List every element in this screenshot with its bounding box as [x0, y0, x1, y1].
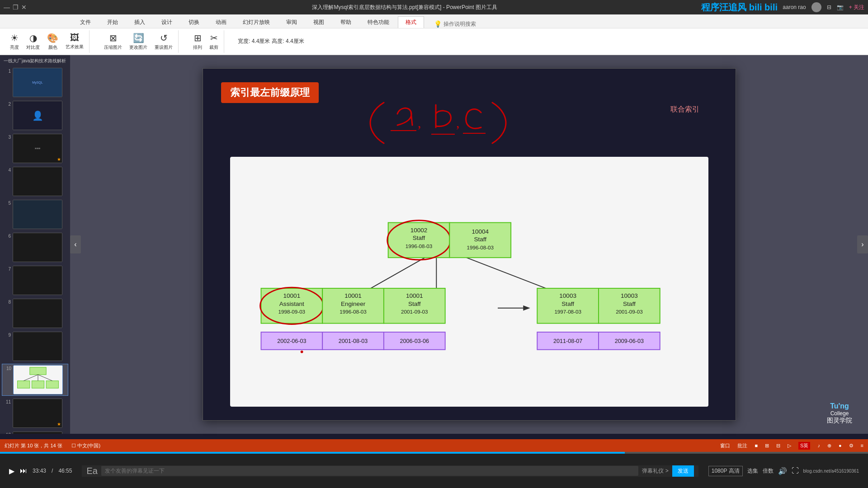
tab-slideshow[interactable]: 幻灯片放映: [235, 16, 278, 28]
settings-icon[interactable]: ⚙: [849, 443, 854, 449]
ribbon-action-bar: ☀亮度 ◑对比度 🎨颜色 🖼艺术效果 ⊠压缩图片 🔄更改图片 ↺重设图片: [0, 28, 868, 55]
svg-text:1996-08-03: 1996-08-03: [405, 243, 432, 249]
arrange-btn[interactable]: ⊞排列: [191, 32, 204, 52]
speed-button[interactable]: 倍数: [763, 467, 774, 475]
svg-text:10001: 10001: [344, 292, 362, 299]
slideshow-btn[interactable]: ▷: [788, 443, 791, 449]
tab-special[interactable]: 特色功能: [360, 16, 397, 28]
share-icon[interactable]: 📷: [837, 4, 844, 10]
minimize-icon[interactable]: —: [4, 4, 10, 11]
slide-thumb-7[interactable]: 7: [2, 265, 68, 296]
mic-icon[interactable]: ⊕: [827, 443, 831, 449]
svg-rect-0: [30, 367, 46, 375]
tab-home[interactable]: 开始: [99, 16, 126, 28]
tab-insert[interactable]: 插入: [127, 16, 153, 28]
svg-text:10003: 10003: [559, 292, 576, 299]
tree-svg: 10002 Staff 1996-08-03 10004 Staff 1996-…: [239, 166, 699, 398]
formula-drawing: , ,: [348, 94, 619, 152]
tab-animation[interactable]: 动画: [208, 16, 234, 28]
tab-design[interactable]: 设计: [154, 16, 180, 28]
select-episodes[interactable]: 选集: [747, 467, 758, 475]
video-right-controls[interactable]: 1080P 高清 选集 倍数 🔊 ⛶ blog.csdn.net/a451619…: [708, 466, 859, 476]
speller-btn[interactable]: S英: [798, 442, 810, 450]
tab-view[interactable]: 视图: [306, 16, 332, 28]
restore-icon[interactable]: ❐: [13, 4, 19, 11]
reset-pic-btn[interactable]: ↺重设图片: [153, 32, 175, 52]
comments-btn[interactable]: 批注: [737, 442, 747, 449]
slide-thumb-12[interactable]: 12: [2, 431, 68, 434]
volume-icon[interactable]: 🔊: [778, 467, 787, 475]
slide-thumb-8[interactable]: 8: [2, 298, 68, 329]
slide-panel[interactable]: 一线大厂java架构技术路线解析 1 MySQL 2 👤 3 ≡≡≡ ★ 4: [0, 55, 70, 434]
tab-review[interactable]: 审阅: [278, 16, 305, 28]
next-button[interactable]: ⏭: [20, 467, 27, 475]
tuling-line3: 图灵学院: [827, 417, 852, 425]
video-bar[interactable]: ▶ ⏭ 33:43 / 46:55 Ea 弹幕礼仪 > 发送 1080P 高清 …: [0, 452, 868, 488]
more-icon[interactable]: ≡: [861, 443, 863, 448]
svg-text:10001: 10001: [283, 292, 300, 299]
video-progress-bar[interactable]: [0, 452, 868, 454]
slide-thumb-11[interactable]: 11 ★: [2, 398, 68, 429]
quality-button[interactable]: 1080P 高清: [708, 466, 743, 476]
replace-pic-btn[interactable]: 🔄更改图片: [127, 32, 149, 52]
svg-text:10004: 10004: [472, 228, 489, 235]
user-avatar: [811, 2, 821, 12]
slide-thumb-10[interactable]: 10: [2, 364, 68, 396]
follow-button[interactable]: + 关注: [849, 4, 864, 11]
close-icon[interactable]: ✕: [21, 4, 27, 11]
tree-diagram: 10002 Staff 1996-08-03 10004 Staff 1996-…: [230, 157, 708, 407]
slide-thumb-9[interactable]: 9: [2, 331, 68, 362]
slide-thumb-2[interactable]: 2 👤: [2, 100, 68, 131]
play-button[interactable]: ▶: [9, 467, 14, 475]
tab-switch[interactable]: 切换: [181, 16, 207, 28]
style-group: ⊠压缩图片 🔄更改图片 ↺重设图片: [99, 30, 179, 53]
send-button[interactable]: 发送: [672, 465, 694, 477]
tab-help[interactable]: 帮助: [333, 16, 359, 28]
svg-text:Engineer: Engineer: [340, 300, 365, 307]
tab-file[interactable]: 文件: [72, 16, 99, 28]
arrange-group: ⊞排列 ✂裁剪: [188, 30, 224, 53]
slide-thumb-5[interactable]: 5: [2, 199, 68, 230]
chat-area[interactable]: Ea 弹幕礼仪 > 发送: [82, 465, 698, 477]
notes-btn[interactable]: 窗口: [720, 442, 730, 449]
svg-text:1996-08-03: 1996-08-03: [340, 309, 366, 314]
slide-thumb-1[interactable]: 1 MySQL: [2, 67, 68, 98]
rec-icon[interactable]: ●: [839, 443, 842, 448]
svg-text:2001-09-03: 2001-09-03: [401, 309, 428, 314]
search-label[interactable]: 操作说明搜索: [443, 20, 476, 28]
slide-canvas[interactable]: 索引最左前缀原理 , ,: [203, 68, 736, 421]
svg-line-6: [38, 375, 52, 381]
joint-index-label: 联合索引: [670, 105, 699, 114]
normal-view-btn[interactable]: ■: [755, 443, 758, 448]
chat-input[interactable]: [101, 466, 639, 476]
slide-thumb-6[interactable]: 6: [2, 232, 68, 263]
slide-content: 索引最左前缀原理 , ,: [203, 69, 736, 420]
slide-thumb-3[interactable]: 3 ≡≡≡ ★: [2, 133, 68, 164]
adjust-group: ☀亮度 ◑对比度 🎨颜色 🖼艺术效果: [5, 30, 90, 53]
status-bar-right[interactable]: 窗口 批注 ■ ⊞ ⊟ ▷ S英 ♪ ⊕ ● ⚙ ≡: [720, 442, 863, 450]
video-controls[interactable]: ▶ ⏭ 33:43 / 46:55 Ea 弹幕礼仪 > 发送 1080P 高清 …: [0, 454, 868, 488]
screen-icon[interactable]: ⊟: [827, 4, 831, 10]
window-controls[interactable]: — ❐ ✕: [4, 4, 27, 11]
art-effect-btn[interactable]: 🖼艺术效果: [64, 32, 85, 51]
slide-sorter-btn[interactable]: ⊞: [765, 443, 769, 449]
next-slide-arrow[interactable]: ›: [857, 235, 868, 253]
tab-format[interactable]: 格式: [398, 16, 424, 28]
prev-slide-arrow[interactable]: ‹: [70, 235, 81, 253]
curtain-protocol[interactable]: 弹幕礼仪 >: [642, 467, 668, 475]
ribbon-tab-bar[interactable]: 文件 开始 插入 设计 切换 动画 幻灯片放映 审阅 视图 帮助 特色功能 格式…: [0, 14, 868, 28]
crop-btn[interactable]: ✂裁剪: [208, 32, 220, 52]
svg-text:Staff: Staff: [561, 300, 574, 307]
brightness-btn[interactable]: ☀亮度: [8, 32, 21, 52]
danmaku-settings[interactable]: Ea: [86, 466, 97, 476]
compress-btn[interactable]: ⊠压缩图片: [102, 32, 124, 52]
color-btn[interactable]: 🎨颜色: [45, 32, 60, 52]
language-info: ☐ 中文(中国): [71, 442, 100, 449]
svg-text:Staff: Staff: [474, 236, 486, 243]
reading-view-btn[interactable]: ⊟: [776, 443, 780, 449]
contrast-btn[interactable]: ◑对比度: [24, 32, 42, 52]
svg-text:2001-08-03: 2001-08-03: [338, 338, 367, 344]
slide-thumb-4[interactable]: 4: [2, 166, 68, 197]
video-total-time: 46:55: [58, 468, 72, 474]
fullscreen-icon[interactable]: ⛶: [792, 467, 799, 475]
